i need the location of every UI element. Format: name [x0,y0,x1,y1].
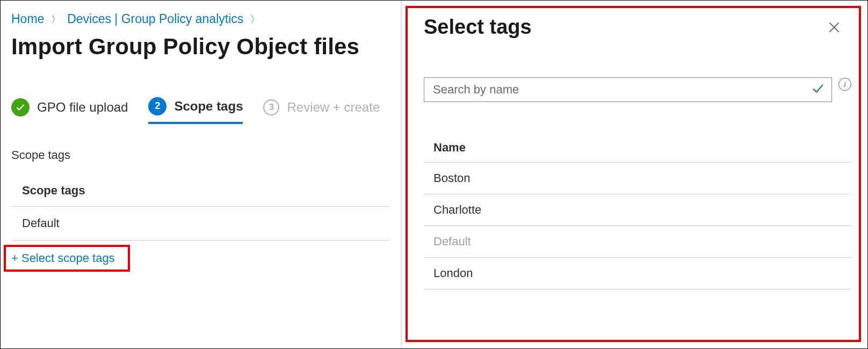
tag-row-default: Default [424,226,851,258]
step-number-icon: 3 [263,99,279,115]
scope-tags-column-header: Scope tags [11,184,390,207]
chevron-right-icon: 〉 [250,14,260,25]
chevron-right-icon: 〉 [51,14,61,25]
step-label: Scope tags [174,99,243,114]
breadcrumb-home[interactable]: Home [11,12,44,26]
step-number-icon: 2 [148,97,167,115]
tag-row-london[interactable]: London [424,258,851,289]
search-input[interactable] [424,78,831,101]
step-label: Review + create [287,100,380,115]
checkmark-icon [811,83,825,97]
step-review-create[interactable]: 3 Review + create [263,99,380,122]
step-label: GPO file upload [37,100,128,115]
page-title: Import Group Policy Object files [11,34,390,60]
section-label-scope-tags: Scope tags [11,148,390,162]
breadcrumb: Home 〉 Devices | Group Policy analytics … [11,11,390,27]
scope-tag-row: Default [11,207,390,241]
tag-list-header: Name [424,141,851,163]
step-scope-tags[interactable]: 2 Scope tags [148,97,243,124]
close-icon [827,20,841,34]
info-icon[interactable]: i [838,78,851,91]
tag-row-charlotte[interactable]: Charlotte [424,194,851,226]
wizard-steps: GPO file upload 2 Scope tags 3 Review + … [11,97,390,124]
select-scope-tags-link[interactable]: + Select scope tags [11,251,115,265]
close-button[interactable] [826,19,843,36]
checkmark-icon [11,98,30,117]
tag-row-boston[interactable]: Boston [424,163,851,194]
panel-title: Select tags [424,16,851,39]
step-gpo-upload[interactable]: GPO file upload [11,98,128,123]
breadcrumb-devices[interactable]: Devices | Group Policy analytics [67,12,243,26]
search-box[interactable] [424,77,832,102]
